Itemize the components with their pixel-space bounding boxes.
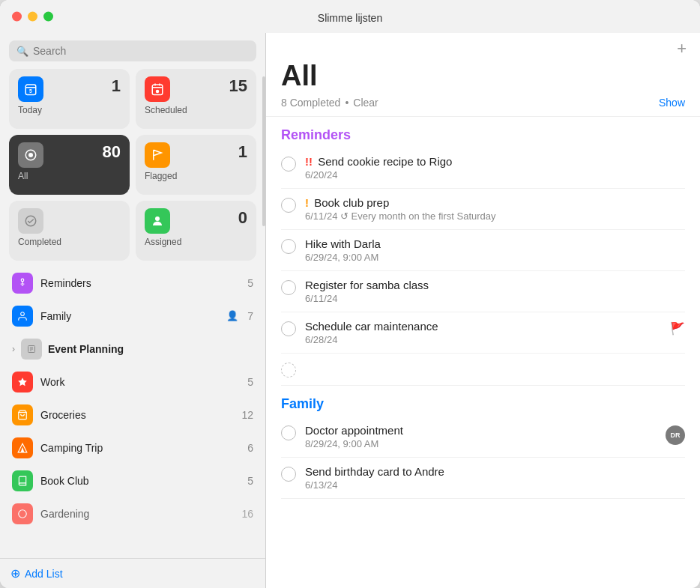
minimize-button[interactable] — [28, 12, 37, 22]
task-meta: 6/11/24 — [305, 293, 685, 304]
main-panel: + All 8 Completed • Clear Show Reminders… — [266, 33, 700, 588]
smart-list-assigned[interactable]: 0 Assigned — [136, 201, 256, 261]
gardening-count: 16 — [241, 508, 253, 520]
task-row[interactable]: Schedule car maintenance 6/28/24 🚩 — [281, 312, 685, 354]
add-task-button[interactable]: + — [677, 40, 687, 57]
smart-list-today[interactable]: 5 1 Today — [9, 69, 130, 129]
assigned-count: 0 — [238, 208, 247, 228]
work-count: 5 — [247, 376, 253, 388]
camping-icon — [12, 437, 33, 458]
camping-count: 6 — [247, 442, 253, 454]
fullscreen-button[interactable] — [43, 12, 53, 22]
list-item-gardening[interactable]: Gardening 16 — [3, 497, 262, 530]
assigned-label: Assigned — [145, 237, 247, 247]
all-label: All — [18, 171, 121, 181]
all-icon — [18, 142, 43, 168]
svg-text:5: 5 — [29, 88, 32, 94]
flagged-count: 1 — [238, 142, 247, 162]
task-meta: 8/29/24, 9:00 AM — [305, 438, 657, 449]
dot-separator: • — [345, 97, 349, 109]
task-name: ! Book club prep — [305, 196, 685, 209]
family-shared-icon: 👤 — [226, 310, 238, 322]
search-icon: 🔍 — [16, 46, 28, 57]
camping-name: Camping Trip — [40, 442, 240, 454]
smart-list-flagged[interactable]: 1 Flagged — [136, 135, 256, 195]
task-circle[interactable] — [281, 239, 296, 254]
flagged-label: Flagged — [145, 171, 247, 181]
list-item-groceries[interactable]: Groceries 12 — [3, 398, 262, 431]
task-name: Hike with Darla — [305, 237, 685, 250]
page-title: All — [266, 60, 700, 97]
smart-list-all[interactable]: 80 All — [9, 135, 130, 195]
task-info: Schedule car maintenance 6/28/24 — [305, 320, 661, 345]
scheduled-count: 15 — [229, 76, 247, 96]
task-info: Register for samba class 6/11/24 — [305, 279, 685, 304]
task-circle[interactable] — [281, 425, 296, 440]
show-button[interactable]: Show — [659, 97, 685, 109]
content-area: 🔍 5 1 — [0, 33, 700, 588]
svg-point-9 — [28, 153, 33, 157]
list-item-camping[interactable]: Camping Trip 6 — [3, 431, 262, 464]
task-name: Register for samba class — [305, 279, 685, 291]
list-item-reminders[interactable]: Reminders 5 — [3, 267, 262, 300]
task-circle-new[interactable] — [281, 363, 296, 378]
task-name: !! Send cookie recipe to Rigo — [305, 155, 685, 168]
task-row[interactable]: Register for samba class 6/11/24 — [281, 271, 685, 312]
search-input[interactable] — [33, 45, 249, 57]
search-bar[interactable]: 🔍 — [9, 40, 256, 61]
event-planning-name: Event Planning — [48, 343, 253, 355]
task-meta: 6/11/24 ↺ Every month on the first Satur… — [305, 210, 685, 222]
clear-link[interactable]: Clear — [353, 97, 378, 109]
task-row[interactable]: !! Send cookie recipe to Rigo 6/20/24 — [281, 148, 685, 189]
bookclub-icon — [12, 470, 33, 491]
traffic-lights — [12, 12, 53, 22]
task-row[interactable]: ! Book club prep 6/11/24 ↺ Every month o… — [281, 189, 685, 230]
main-header: + — [266, 33, 700, 60]
task-circle[interactable] — [281, 157, 296, 172]
svg-point-7 — [156, 90, 160, 94]
task-info: Send birthday card to Andre 6/13/24 — [305, 465, 685, 491]
svg-point-11 — [155, 216, 160, 221]
sidebar-scrollbar — [262, 76, 265, 226]
bookclub-name: Book Club — [40, 475, 240, 487]
today-label: Today — [18, 105, 121, 115]
task-info: Hike with Darla 6/29/24, 9:00 AM — [305, 237, 685, 263]
task-meta: 6/28/24 — [305, 334, 661, 345]
add-list-label: Add List — [25, 568, 63, 580]
task-list: Reminders !! Send cookie recipe to Rigo … — [266, 117, 700, 588]
completed-label: Completed — [18, 237, 121, 247]
completed-count-label: 8 Completed — [281, 97, 340, 109]
group-event-planning[interactable]: › Event Planning — [3, 333, 262, 366]
task-row[interactable]: Hike with Darla 6/29/24, 9:00 AM — [281, 230, 685, 271]
groceries-name: Groceries — [40, 409, 234, 421]
list-item-work[interactable]: Work 5 — [3, 366, 262, 398]
task-row[interactable]: Doctor appointment 8/29/24, 9:00 AM DR — [281, 416, 685, 458]
task-name: Schedule car maintenance — [305, 320, 661, 333]
task-row[interactable]: Send birthday card to Andre 6/13/24 — [281, 458, 685, 499]
chevron-icon: › — [12, 344, 15, 354]
task-circle[interactable] — [281, 321, 296, 336]
app-window: Slimme lijsten 🔍 5 — [0, 0, 700, 588]
assigned-icon — [145, 208, 170, 234]
section-heading-reminders: Reminders — [281, 117, 685, 148]
sidebar: 🔍 5 1 — [0, 33, 266, 588]
family-name: Family — [40, 310, 219, 322]
task-circle[interactable] — [281, 198, 296, 213]
list-section: Reminders 5 Family 👤 7 — [0, 267, 265, 558]
close-button[interactable] — [12, 12, 22, 22]
task-circle[interactable] — [281, 280, 296, 295]
add-list-button[interactable]: ⊕ Add List — [0, 558, 265, 588]
smart-list-completed[interactable]: Completed — [9, 201, 130, 261]
task-circle[interactable] — [281, 467, 296, 482]
gardening-name: Gardening — [40, 508, 234, 520]
list-item-bookclub[interactable]: Book Club 5 — [3, 464, 262, 497]
avatar-badge: DR — [666, 425, 685, 445]
gardening-icon — [12, 503, 33, 524]
work-icon — [12, 372, 33, 392]
svg-point-16 — [21, 312, 25, 316]
task-meta: 6/13/24 — [305, 479, 685, 491]
list-item-family[interactable]: Family 👤 7 — [3, 300, 262, 333]
groceries-icon — [12, 404, 33, 425]
task-row-new[interactable] — [281, 354, 685, 386]
smart-list-scheduled[interactable]: 15 Scheduled — [136, 69, 256, 129]
